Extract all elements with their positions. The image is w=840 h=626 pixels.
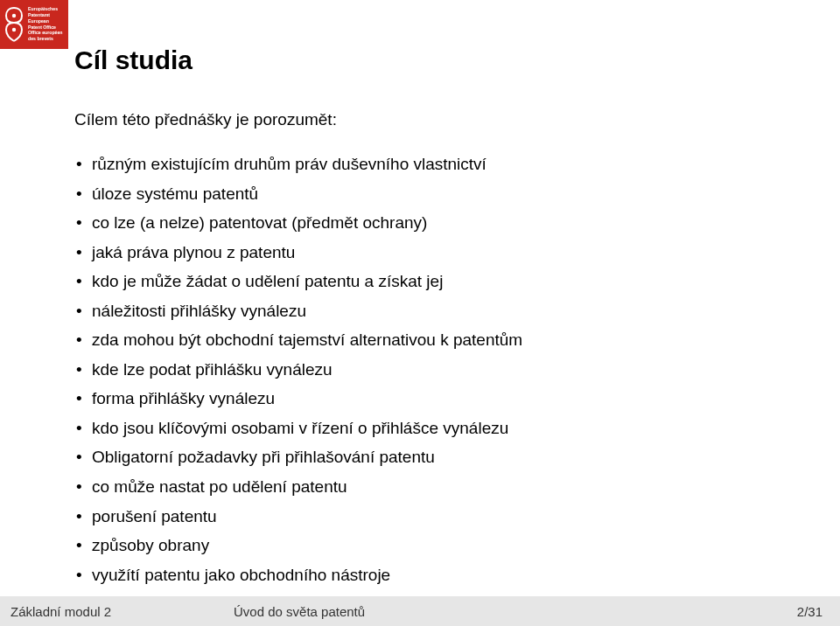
list-item: forma přihlášky vynálezu	[74, 386, 788, 411]
epo-logo-text: Europäisches Patentamt European Patent O…	[28, 3, 63, 45]
logo-line: Patentamt	[28, 13, 63, 18]
logo-line: European	[28, 19, 63, 24]
svg-point-1	[12, 28, 16, 31]
list-item: způsoby obrany	[74, 533, 788, 558]
svg-point-0	[12, 14, 16, 17]
list-item: různým existujícím druhům práv duševního…	[74, 152, 788, 177]
slide-page: Europäisches Patentamt European Patent O…	[0, 0, 840, 626]
list-item: úloze systému patentů	[74, 182, 788, 206]
list-item: kde lze podat přihlášku vynálezu	[74, 358, 788, 382]
list-item: zda mohou být obchodní tajemství alterna…	[74, 328, 788, 352]
slide-intro: Cílem této přednášky je porozumět:	[74, 110, 788, 129]
slide-content: Cíl studia Cílem této přednášky je poroz…	[74, 45, 788, 592]
footer-module: Základní modul 2	[10, 604, 234, 619]
bullet-list: různým existujícím druhům práv duševního…	[74, 152, 788, 587]
logo-line: des brevets	[28, 37, 63, 42]
epo-logo-mark-icon	[4, 3, 24, 45]
footer-page-number: 2/31	[797, 604, 822, 619]
epo-logo: Europäisches Patentamt European Patent O…	[0, 0, 68, 49]
slide-footer: Základní modul 2 Úvod do světa patentů 2…	[0, 596, 840, 626]
slide-title: Cíl studia	[74, 45, 788, 75]
list-item: porušení patentu	[74, 504, 788, 529]
list-item: využítí patentu jako obchodního nástroje	[74, 563, 788, 588]
footer-title: Úvod do světa patentů	[234, 604, 797, 619]
list-item: Obligatorní požadavky při přihlašování p…	[74, 445, 788, 470]
list-item: jaká práva plynou z patentu	[74, 240, 788, 265]
list-item: náležitosti přihlášky vynálezu	[74, 299, 788, 323]
list-item: kdo je může žádat o udělení patentu a zí…	[74, 269, 788, 294]
list-item: kdo jsou klíčovými osobami v řízení o př…	[74, 416, 788, 441]
list-item: co lze (a nelze) patentovat (předmět och…	[74, 211, 788, 235]
list-item: co může nastat po udělení patentu	[74, 475, 788, 499]
